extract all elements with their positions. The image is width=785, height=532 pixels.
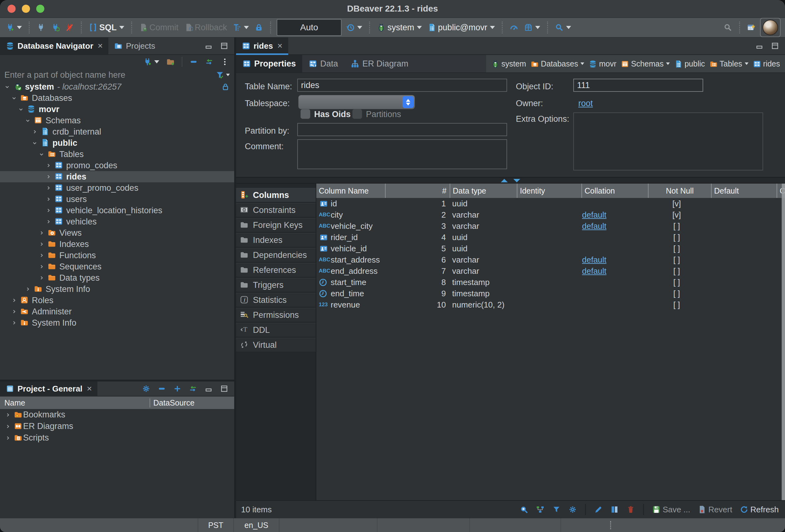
link-arrows-icon[interactable] [188, 384, 197, 393]
reconnect-button[interactable] [50, 23, 61, 32]
project-item-bookmarks[interactable]: Bookmarks [0, 409, 234, 421]
transaction-history-button[interactable] [345, 23, 363, 32]
search-metadata-button[interactable] [554, 23, 572, 32]
tree-item-rides[interactable]: rides [0, 171, 234, 182]
tree-item-views[interactable]: Views [0, 227, 234, 238]
dashboard-button[interactable] [508, 23, 520, 32]
view-er-diagram-button[interactable] [535, 505, 546, 514]
rollback-button[interactable]: Rollback [183, 22, 229, 33]
sidetab-ddl[interactable]: TDDL [236, 323, 316, 337]
table-row[interactable]: end_time9timestamp[ ] [316, 288, 785, 299]
tree-item-crdb-internal[interactable]: crdb_internal [0, 126, 234, 137]
tab-project-general[interactable]: Project - General × [0, 381, 97, 396]
tree-item-user-promo-codes[interactable]: user_promo_codes [0, 182, 234, 194]
delete-column-button[interactable] [625, 505, 636, 514]
grid-column-header-data-type[interactable]: Data type [450, 183, 517, 198]
table-row[interactable]: ABCcity2varchardefault[v] [316, 209, 785, 221]
project-item-er-diagrams[interactable]: ER Diagrams [0, 421, 234, 432]
close-icon[interactable]: × [87, 384, 92, 394]
breadcrumb-rides[interactable]: rides [753, 59, 780, 68]
commit-mode-combo[interactable]: Auto [277, 19, 341, 36]
grid-column-header-column-name[interactable]: Column Name [316, 183, 385, 198]
collation-default-link[interactable]: default [582, 255, 606, 265]
extra-options-textarea[interactable] [573, 112, 763, 171]
table-row[interactable]: ABCend_address7varchardefault[ ] [316, 265, 785, 277]
tree-item-functions[interactable]: Functions [0, 250, 234, 261]
compile-button[interactable] [523, 23, 541, 32]
sidetab-permissions[interactable]: Permissions [236, 308, 316, 322]
link-with-editor-button[interactable] [204, 57, 215, 67]
tree-item-sequences[interactable]: Sequences [0, 261, 234, 272]
chevron-collapsed-icon[interactable] [38, 241, 45, 248]
new-window-button[interactable] [746, 23, 757, 32]
add-column-button[interactable] [609, 505, 620, 514]
grid-column-header--[interactable]: # [385, 183, 450, 198]
chevron-collapsed-icon[interactable] [4, 411, 11, 419]
tree-item-databases[interactable]: Databases [0, 93, 234, 104]
tree-item-roles[interactable]: Roles [0, 295, 234, 306]
tree-item-movr[interactable]: movr [0, 104, 234, 115]
tree-item-indexes[interactable]: Indexes [0, 238, 234, 250]
chevron-collapsed-icon[interactable] [45, 162, 52, 169]
chevron-collapsed-icon[interactable] [4, 423, 11, 430]
collation-default-link[interactable]: default [582, 266, 606, 276]
gear-icon[interactable] [142, 384, 151, 393]
nav-new-folder-button[interactable] [165, 57, 176, 67]
sidetab-statistics[interactable]: iStatistics [236, 293, 316, 307]
chevron-collapsed-icon[interactable] [45, 218, 52, 225]
tree-item-system-info[interactable]: System Info [0, 317, 234, 328]
grid-column-header-identity[interactable]: Identity [517, 183, 581, 198]
expand-icon[interactable] [173, 384, 182, 393]
collapse-up-icon[interactable] [501, 179, 508, 182]
chevron-expanded-icon[interactable] [38, 151, 45, 158]
tree-item-promo-codes[interactable]: promo_codes [0, 160, 234, 171]
new-connection-button[interactable] [4, 23, 23, 32]
breadcrumb-system[interactable]: system [491, 59, 526, 68]
grid-search-button[interactable] [518, 505, 530, 514]
chevron-collapsed-icon[interactable] [10, 297, 18, 304]
quick-search-button[interactable] [722, 23, 733, 32]
edit-column-button[interactable] [593, 505, 604, 514]
drag-handle-icon[interactable] [610, 521, 611, 529]
partitions-checkbox[interactable] [352, 109, 362, 119]
table-name-input[interactable]: rides [297, 79, 507, 92]
chevron-collapsed-icon[interactable] [45, 196, 52, 203]
chevron-collapsed-icon[interactable] [38, 263, 45, 270]
subtab-er-diagram[interactable]: ER Diagram [345, 55, 415, 72]
sidetab-references[interactable]: References [236, 263, 316, 277]
subtab-data[interactable]: Data [302, 55, 345, 72]
tree-item-schemas[interactable]: Schemas [0, 115, 234, 126]
commit-button[interactable]: Commit [138, 22, 180, 33]
user-profile-button[interactable] [760, 18, 781, 37]
chevron-collapsed-icon[interactable] [24, 286, 31, 293]
subtab-properties[interactable]: Properties [236, 55, 302, 72]
locale-cell[interactable]: en_US [233, 518, 279, 532]
collapse-down-icon[interactable] [513, 179, 520, 182]
grid-column-header-default[interactable]: Default [711, 183, 777, 198]
grid-settings-button[interactable] [567, 505, 578, 514]
sidetab-triggers[interactable]: Triggers [236, 278, 316, 292]
project-item-scripts[interactable]: Scripts [0, 432, 234, 444]
has-oids-checkbox[interactable] [300, 109, 310, 119]
minimize-panel-icon[interactable] [204, 384, 213, 393]
grid-column-header-not-null[interactable]: Not Null [648, 183, 711, 198]
chevron-collapsed-icon[interactable] [38, 274, 45, 281]
owner-link[interactable]: root [578, 99, 593, 108]
collapse-all-icon[interactable] [157, 384, 166, 393]
maximize-panel-icon[interactable] [220, 384, 229, 393]
tab-database-navigator[interactable]: Database Navigator × [0, 37, 108, 54]
grid-column-header-collation[interactable]: Collation [581, 183, 648, 198]
sidetab-dependencies[interactable]: Dependencies [236, 248, 316, 262]
filter-icon[interactable] [216, 71, 224, 79]
maximize-panel-icon[interactable] [220, 42, 229, 50]
column-header-name[interactable]: Name [0, 398, 150, 407]
breadcrumb-public[interactable]: public [674, 59, 705, 68]
table-row[interactable]: id1uuid[v] [316, 198, 785, 209]
timezone-cell[interactable]: PST [198, 518, 233, 532]
tab-projects[interactable]: Projects [108, 37, 161, 54]
partition-by-input[interactable] [297, 123, 507, 136]
maximize-panel-icon[interactable] [770, 42, 779, 50]
sidetab-indexes[interactable]: Indexes [236, 233, 316, 247]
connect-button[interactable] [35, 23, 47, 32]
chevron-collapsed-icon[interactable] [45, 173, 52, 180]
